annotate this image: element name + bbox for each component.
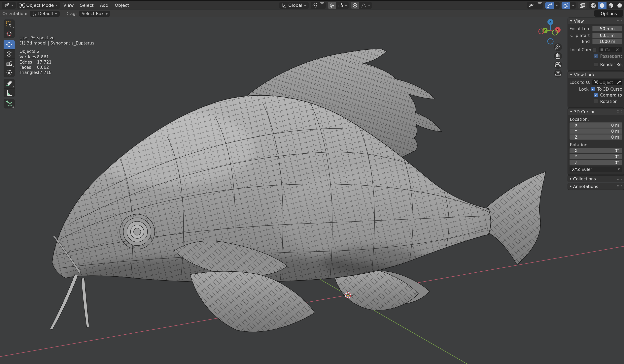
annotate-icon [6,80,12,87]
lock-rotation-checkbox[interactable] [594,99,598,103]
show-gizmo-toggle[interactable] [545,2,554,9]
drag-grip-icon[interactable] [617,177,622,180]
cursor-rotation-y-field[interactable]: Y0° [570,154,623,159]
tool-rotate[interactable] [3,49,15,58]
chevron-down-icon [368,5,370,6]
clip-start-field[interactable]: 0.01 m [592,33,623,38]
transform-orientation-dropdown[interactable]: Global [279,2,309,9]
editor-3d-viewport-icon [4,3,10,8]
xray-toggle[interactable] [578,2,587,9]
tool-cursor[interactable] [3,29,15,38]
panel-3d-cursor: 3D Cursor Location: X0 m Y0 m Z0 m Rotat… [568,108,624,174]
zoom-view-button[interactable] [554,43,562,51]
panel-3d-cursor-header[interactable]: 3D Cursor [568,108,624,115]
chevron-down-icon [320,2,325,9]
orientation-dropdown[interactable]: Default [30,11,60,17]
location-label: Location: [570,117,622,121]
drag-label: Drag: [65,11,77,16]
options-button[interactable]: Options [594,10,623,17]
clear-x-icon[interactable] [616,48,619,51]
show-overlays-toggle[interactable] [562,2,570,9]
drag-grip-icon[interactable] [617,185,622,188]
camera-to-view-label: Camera to Vi... [600,93,623,97]
cursor-rotation-z-field[interactable]: Z0° [570,160,623,165]
rotation-mode-dropdown[interactable]: XYZ Euler [570,166,623,172]
viewport-3d[interactable]: User Perspective (1) 3d model | Synodont… [0,17,624,364]
focal-length-field[interactable]: 50 mm [592,26,623,31]
shading-solid-button[interactable] [598,2,606,9]
shading-material-button[interactable] [606,2,615,9]
tool-select-box[interactable] [3,20,15,29]
visibility-dropdown[interactable] [527,2,543,9]
tool-annotate[interactable] [3,79,15,88]
render-region-checkbox[interactable] [594,62,598,67]
proportional-falloff-dropdown[interactable] [359,2,372,9]
panel-annotations-header[interactable]: Annotations [568,183,624,189]
menu-select[interactable]: Select [77,2,97,9]
drag-grip-icon[interactable] [617,20,622,23]
menu-view[interactable]: View [60,2,77,9]
local-camera-checkbox[interactable] [592,48,597,52]
overlays-dropdown[interactable] [570,2,576,9]
cursor-rotation-x-field[interactable]: X0° [570,148,623,153]
lock-to-object-field[interactable]: Object [592,79,623,85]
local-camera-object-field[interactable]: Ca... [598,47,623,52]
tool-measure[interactable] [3,88,15,97]
fish-eye [120,214,155,249]
shading-wireframe-button[interactable] [589,2,598,9]
panel-view-lock-header[interactable]: View Lock [568,72,624,78]
menu-add[interactable]: Add [97,2,112,9]
clip-end-field[interactable]: 1000 m [592,39,623,44]
gizmos-group [545,2,560,9]
tool-transform[interactable] [3,68,15,77]
viewport-header: Object Mode View Select Add Object Globa… [0,1,624,10]
tool-scale[interactable] [3,58,15,68]
lock-to-3d-cursor-checkbox[interactable] [591,87,595,91]
tool-add-cube[interactable] [3,99,15,108]
snap-toggle[interactable] [328,2,336,9]
pan-view-hand-button[interactable] [554,52,562,60]
object-data-icon [594,80,598,84]
panel-collections-header[interactable]: Collections [568,175,624,182]
chevron-down-icon [618,169,620,170]
editor-type-button[interactable] [1,2,16,9]
drag-grip-icon[interactable] [617,110,622,113]
chevron-down-icon [570,74,572,75]
mode-label: Object Mode [26,2,54,8]
panel-annotations: Annotations [568,183,624,189]
sidebar-n-panel: View Focal Len... 50 mm Clip Start 0.01 … [568,18,624,191]
shading-rendered-button[interactable] [615,2,624,9]
gizmo-icon [547,2,552,8]
chevron-down-icon [105,13,107,15]
fish-model [50,49,546,332]
eyedropper-icon[interactable] [616,80,621,84]
proportional-editing-toggle[interactable] [351,2,359,9]
cursor-location-y-field[interactable]: Y0 m [570,128,623,134]
axis-gizmo[interactable]: Z Y X [539,19,561,44]
pivot-point-dropdown[interactable] [311,2,326,9]
fish-barbel-left [50,275,78,330]
camera-view-button[interactable] [554,61,562,69]
menu-object[interactable]: Object [112,2,132,9]
tool-move[interactable] [3,40,15,49]
panel-title: Collections [573,176,596,181]
lock-to-object-placeholder: Object [599,80,615,85]
cursor-location-x-field[interactable]: X0 m [570,122,623,128]
perspective-toggle-button[interactable] [554,70,562,77]
snap-target-dropdown[interactable] [336,2,349,9]
gizmo-dropdown[interactable] [554,2,560,9]
cursor-location-z-field[interactable]: Z0 m [570,134,623,140]
mode-dropdown[interactable]: Object Mode [17,2,60,9]
drag-dropdown[interactable]: Select Box [79,11,110,17]
shading-rendered-icon [617,2,623,8]
panel-view-lock: View Lock Lock to O... Object [568,72,624,107]
shading-wireframe-icon [591,2,596,8]
passepartout-checkbox[interactable] [594,54,598,58]
proportional-group [351,2,372,9]
panel-view-header[interactable]: View [568,18,624,24]
stat-label: Edges [20,60,37,65]
viewport-overlay-text: User Perspective (1) 3d model | Synodont… [20,35,94,75]
camera-to-view-checkbox[interactable] [594,93,598,97]
cursor-tool-icon [6,31,12,37]
panel-title: View [574,19,584,24]
